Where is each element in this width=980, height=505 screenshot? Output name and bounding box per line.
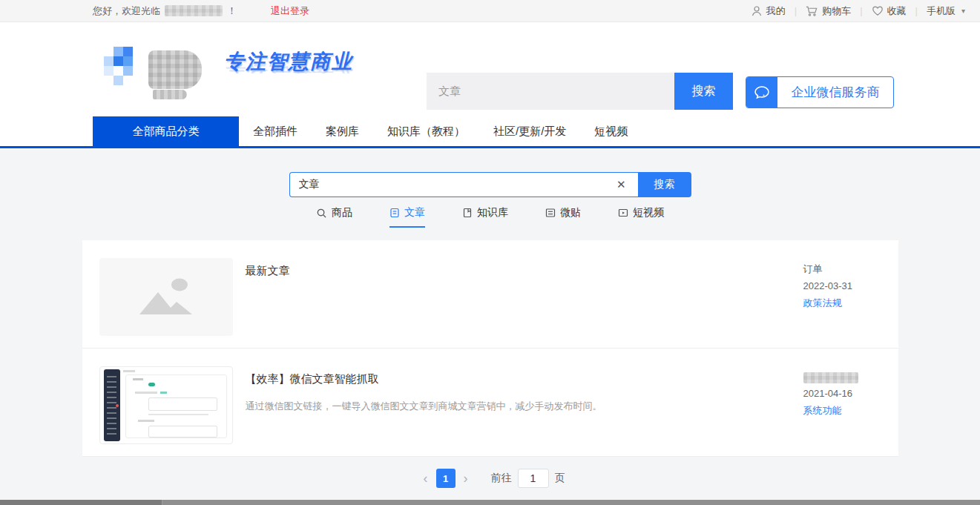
topbar-links: 我的 | 购物车 | 收藏 | 手机版 ▾ (751, 4, 965, 18)
chevron-down-icon: ▾ (961, 7, 965, 15)
goto-page-input[interactable] (518, 469, 549, 488)
thumb-admin-breadcrumb (123, 370, 135, 372)
wecom-service-button[interactable]: 企业微信服务商 (746, 76, 894, 108)
tab-knowledge[interactable]: 知识库 (462, 206, 508, 228)
chat-bubble-icon (746, 77, 777, 108)
heart-icon (872, 5, 884, 16)
mobile-version-label: 手机版 (927, 4, 956, 18)
nav-item-all-categories[interactable]: 全部商品分类 (93, 116, 239, 146)
horizontal-scrollbar[interactable] (0, 500, 980, 505)
result-thumbnail-placeholder[interactable] (99, 258, 233, 336)
result-thumbnail[interactable] (99, 366, 233, 444)
result-type-tabs: 商品 文章 知识库 微贴 (0, 206, 980, 228)
header-search-input[interactable] (427, 73, 674, 110)
goto-label: 前往 (491, 472, 512, 485)
cart-icon (806, 5, 818, 17)
my-account-link[interactable]: 我的 (751, 4, 786, 18)
thumb-admin-panel (125, 374, 227, 438)
my-account-label: 我的 (766, 4, 786, 18)
cart-label: 购物车 (822, 4, 851, 18)
search-results-page: ✕ 搜索 商品 文章 知 (0, 148, 980, 500)
brand-slogan: 专注智慧商业 专注智慧商业 (224, 52, 353, 87)
tab-short-video-label: 短视频 (633, 206, 664, 220)
document-icon (389, 208, 400, 218)
page-number-button[interactable]: 1 (436, 469, 456, 488)
tab-short-video[interactable]: 短视频 (618, 206, 664, 228)
thumb-admin-sidebar (104, 369, 120, 441)
separator: | (860, 5, 862, 16)
search-icon (316, 208, 327, 219)
tab-micro-posts-label: 微贴 (560, 206, 581, 220)
topbar: 您好，欢迎光临 ！ 退出登录 我的 | 购物车 | (0, 0, 980, 22)
result-meta: 订单 2022-03-31 政策法规 (803, 258, 898, 336)
scrollbar-thumb[interactable] (0, 500, 162, 505)
nav-item-short-video[interactable]: 短视频 (580, 116, 642, 146)
blurred-meta-text (803, 372, 858, 383)
nav-item-cases[interactable]: 案例库 (312, 116, 373, 146)
result-meta: 2021-04-16 系统功能 (803, 366, 898, 444)
header-search: 搜索 (427, 73, 733, 110)
separator: | (915, 5, 918, 16)
site-logo[interactable]: 专注智慧商业 专注智慧商业 (104, 47, 353, 93)
favorites-label: 收藏 (887, 4, 907, 18)
result-meta-top: 订单 (803, 261, 898, 277)
notebook-icon (462, 208, 473, 218)
separator: | (795, 5, 797, 16)
tab-articles[interactable]: 文章 (389, 206, 425, 228)
result-description: 通过微信图文链接，一键导入微信图文文章到商城文章营销中，减少手动发布时间。 (246, 399, 789, 415)
cart-link[interactable]: 购物车 (806, 4, 851, 18)
logout-link[interactable]: 退出登录 (271, 4, 309, 18)
user-icon (751, 5, 763, 17)
pagination: ‹ 1 › 前往 页 (0, 469, 980, 488)
greeting-suffix: ！ (227, 4, 237, 18)
result-date: 2021-04-16 (803, 386, 898, 402)
tab-micro-posts[interactable]: 微贴 (545, 206, 581, 228)
blurred-logo-mark (104, 47, 139, 93)
result-date: 2022-03-31 (803, 278, 898, 294)
main-nav: 全部商品分类 全部插件 案例库 知识库（教程） 社区/更新/开发 短视频 (0, 116, 980, 148)
header-search-button[interactable]: 搜索 (674, 73, 733, 110)
site-header: 专注智慧商业 专注智慧商业 搜索 企业微信服务商 (0, 22, 980, 116)
blurred-username (165, 5, 223, 16)
prev-page-button[interactable]: ‹ (415, 469, 436, 488)
card-bottom-divider (82, 456, 898, 457)
nav-item-plugins[interactable]: 全部插件 (239, 116, 312, 146)
favorites-link[interactable]: 收藏 (872, 4, 907, 18)
result-title[interactable]: 【效率】微信文章智能抓取 (246, 372, 789, 386)
result-body: 【效率】微信文章智能抓取 通过微信图文链接，一键导入微信图文文章到商城文章营销中… (233, 366, 803, 444)
wecom-service-label: 企业微信服务商 (777, 84, 893, 101)
tab-knowledge-label: 知识库 (477, 206, 508, 220)
greeting-text: 您好，欢迎光临 (93, 4, 160, 18)
nav-item-community[interactable]: 社区/更新/开发 (479, 116, 580, 146)
image-placeholder-icon (134, 274, 199, 320)
result-category-link[interactable]: 政策法规 (803, 295, 898, 311)
result-search-button[interactable]: 搜索 (638, 172, 691, 197)
page-unit-label: 页 (555, 472, 565, 485)
greeting-area: 您好，欢迎光临 ！ 退出登录 (93, 4, 309, 18)
result-row[interactable]: 最新文章 订单 2022-03-31 政策法规 (82, 240, 898, 348)
tab-products[interactable]: 商品 (316, 206, 352, 228)
results-card: 最新文章 订单 2022-03-31 政策法规 【效率】微信文章智能抓取 通 (82, 240, 898, 457)
result-search-bar: ✕ 搜索 (289, 148, 691, 197)
result-search-input[interactable] (299, 179, 614, 191)
goto-page-group: 前往 页 (491, 469, 565, 488)
result-category-link[interactable]: 系统功能 (803, 403, 898, 419)
blurred-logo-text (148, 50, 202, 89)
next-page-button[interactable]: › (456, 469, 476, 488)
video-icon (618, 208, 628, 218)
nav-item-knowledge[interactable]: 知识库（教程） (373, 116, 479, 146)
result-body: 最新文章 (233, 258, 803, 336)
tab-products-label: 商品 (332, 206, 352, 220)
mobile-version-dropdown[interactable]: 手机版 ▾ (927, 4, 965, 18)
brand-slogan-reflection: 专注智慧商业 (224, 64, 353, 74)
list-icon (545, 208, 556, 218)
result-row[interactable]: 【效率】微信文章智能抓取 通过微信图文链接，一键导入微信图文文章到商城文章营销中… (82, 348, 898, 456)
tab-articles-label: 文章 (404, 206, 425, 220)
result-search-box: ✕ (289, 172, 638, 197)
result-title[interactable]: 最新文章 (246, 264, 789, 278)
clear-input-icon[interactable]: ✕ (614, 178, 629, 191)
